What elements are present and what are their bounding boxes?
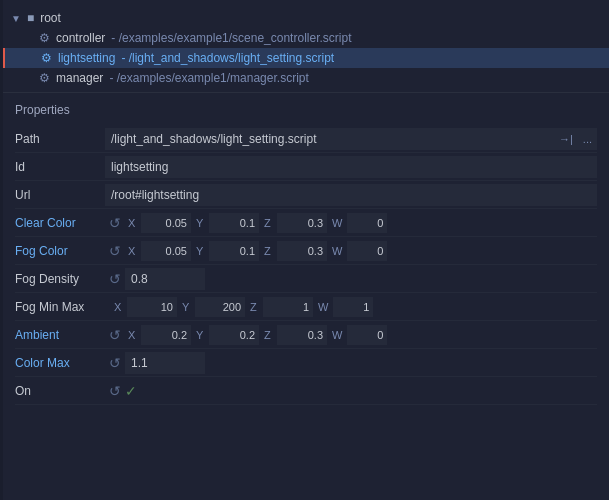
url-row: Url [15,181,597,209]
properties-title: Properties [15,103,597,117]
fog-min-max-label: Fog Min Max [15,296,105,318]
tree-item-manager[interactable]: ⚙ manager - /examples/example1/manager.s… [3,68,609,88]
ambient-w-input[interactable] [347,325,387,345]
tree-item-manager-path: - /examples/example1/manager.script [109,71,308,85]
on-row: On ↺ ✓ [15,377,597,405]
on-label: On [15,380,105,402]
expand-icon: ▼ [11,13,21,24]
fog-min-max-y-input[interactable] [195,297,245,317]
fog-min-max-x-label: X [111,301,125,313]
fog-min-max-fields: X Y Z W [111,297,597,317]
clear-color-x-label: X [125,217,139,229]
fog-min-max-row: Fog Min Max X Y Z W [15,293,597,321]
clear-color-x-input[interactable] [141,213,191,233]
fog-min-max-w-label: W [315,301,331,313]
ambient-reset-button[interactable]: ↺ [105,328,125,342]
tree-item-lightsetting-path: - /light_and_shadows/light_setting.scrip… [121,51,334,65]
root-label: root [40,11,61,25]
fog-density-label: Fog Density [15,268,105,290]
fog-density-reset-button[interactable]: ↺ [105,272,125,286]
color-max-label: Color Max [15,352,105,374]
ambient-y-input[interactable] [209,325,259,345]
clear-color-z-input[interactable] [277,213,327,233]
tree-item-manager-name: manager [56,71,103,85]
tree-item-controller[interactable]: ⚙ controller - /examples/example1/scene_… [3,28,609,48]
url-label: Url [15,184,105,206]
fog-color-x-label: X [125,245,139,257]
fog-color-reset-button[interactable]: ↺ [105,244,125,258]
path-label: Path [15,128,105,150]
fog-color-y-input[interactable] [209,241,259,261]
fog-min-max-y-label: Y [179,301,193,313]
fog-color-z-input[interactable] [277,241,327,261]
color-max-row: Color Max ↺ [15,349,597,377]
gear-icon-controller: ⚙ [39,31,50,45]
fog-color-row: Fog Color ↺ X Y Z W [15,237,597,265]
ambient-label: Ambient [15,324,105,346]
ambient-z-label: Z [261,329,275,341]
path-row: Path →| ... [15,125,597,153]
clear-color-row: Clear Color ↺ X Y Z W [15,209,597,237]
fog-min-max-w-input[interactable] [333,297,373,317]
color-max-input[interactable] [125,352,205,374]
gear-icon-manager: ⚙ [39,71,50,85]
clear-color-z-label: Z [261,217,275,229]
fog-density-row: Fog Density ↺ [15,265,597,293]
fog-color-w-input[interactable] [347,241,387,261]
clear-color-reset-button[interactable]: ↺ [105,216,125,230]
fog-min-max-x-input[interactable] [127,297,177,317]
ambient-z-input[interactable] [277,325,327,345]
ambient-fields: X Y Z W [125,325,597,345]
fog-color-w-label: W [329,245,345,257]
clear-color-w-label: W [329,217,345,229]
clear-color-w-input[interactable] [347,213,387,233]
clear-color-fields: X Y Z W [125,213,597,233]
clear-color-y-input[interactable] [209,213,259,233]
tree-item-controller-path: - /examples/example1/scene_controller.sc… [111,31,351,45]
ambient-row: Ambient ↺ X Y Z W [15,321,597,349]
clear-color-label: Clear Color [15,212,105,234]
on-reset-button[interactable]: ↺ [105,384,125,398]
color-max-reset-button[interactable]: ↺ [105,356,125,370]
id-input[interactable] [105,156,597,178]
ambient-w-label: W [329,329,345,341]
fog-color-y-label: Y [193,245,207,257]
fog-color-x-input[interactable] [141,241,191,261]
on-checkmark-icon: ✓ [125,383,137,399]
fog-min-max-z-label: Z [247,301,261,313]
ambient-y-label: Y [193,329,207,341]
url-input[interactable] [105,184,597,206]
tree-item-controller-name: controller [56,31,105,45]
fog-color-label: Fog Color [15,240,105,262]
path-arrow-button[interactable]: →| [554,128,578,150]
fog-min-max-z-input[interactable] [263,297,313,317]
tree-item-lightsetting-name: lightsetting [58,51,115,65]
cube-icon: ■ [27,11,34,25]
gear-icon-lightsetting: ⚙ [41,51,52,65]
ambient-x-label: X [125,329,139,341]
id-label: Id [15,156,105,178]
tree-root[interactable]: ▼ ■ root [3,8,609,28]
fog-color-z-label: Z [261,245,275,257]
ambient-x-input[interactable] [141,325,191,345]
tree-item-lightsetting[interactable]: ⚙ lightsetting - /light_and_shadows/ligh… [3,48,609,68]
path-input[interactable] [105,128,554,150]
clear-color-y-label: Y [193,217,207,229]
fog-color-fields: X Y Z W [125,241,597,261]
fog-density-input[interactable] [125,268,205,290]
path-dots-button[interactable]: ... [578,128,597,150]
id-row: Id [15,153,597,181]
